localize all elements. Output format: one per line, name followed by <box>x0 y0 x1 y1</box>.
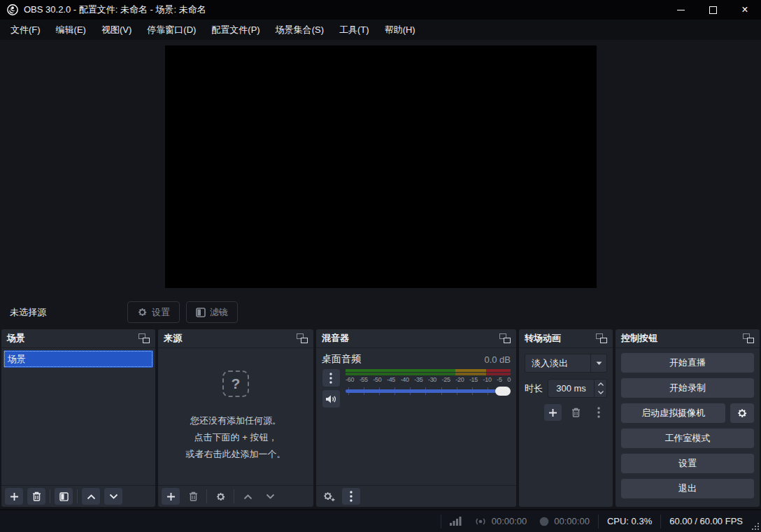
remove-scene-button[interactable] <box>27 488 45 505</box>
scenes-toolbar <box>1 485 155 507</box>
source-properties-button[interactable]: 设置 <box>127 301 180 323</box>
statusbar-separator <box>660 515 661 529</box>
plus-icon <box>166 492 176 501</box>
source-action-buttons: 设置 滤镜 <box>127 301 238 323</box>
spin-up-button[interactable] <box>595 380 606 389</box>
menu-help[interactable]: 帮助(H) <box>377 20 423 40</box>
transition-selected-value: 淡入淡出 <box>525 357 590 370</box>
popout-icon[interactable] <box>297 333 308 343</box>
exit-button[interactable]: 退出 <box>621 479 754 498</box>
menu-profile[interactable]: 配置文件(P) <box>204 20 267 40</box>
source-properties-toolbar-button[interactable] <box>211 488 229 505</box>
toolbar-separator <box>50 489 50 503</box>
controls-dock-header[interactable]: 控制按钮 <box>616 329 760 348</box>
maximize-button[interactable] <box>697 0 729 20</box>
settings-button[interactable]: 设置 <box>621 454 754 473</box>
close-icon: × <box>741 4 748 15</box>
program-preview[interactable] <box>165 45 597 288</box>
add-scene-button[interactable] <box>5 488 23 505</box>
plus-icon <box>10 492 19 501</box>
transitions-dock-header[interactable]: 转场动画 <box>519 329 613 348</box>
popout-icon[interactable] <box>499 333 511 343</box>
filters-icon <box>196 308 206 317</box>
popout-icon[interactable] <box>596 333 607 343</box>
chevron-up-icon <box>598 382 604 386</box>
duration-value[interactable]: 300 ms <box>548 380 594 397</box>
menu-scene-collection[interactable]: 场景集合(S) <box>268 20 332 40</box>
mixer-options-button[interactable] <box>342 488 360 505</box>
gear-plus-icon <box>323 491 335 502</box>
sources-list[interactable]: ? 您还没有添加任何源。 点击下面的 + 按钮， 或者右击此处添加一个。 <box>158 348 313 485</box>
transition-properties-button[interactable] <box>590 404 607 421</box>
controls-dock: 控制按钮 开始直播 开始录制 启动虚拟摄像机 <box>616 329 760 507</box>
virtual-camera-config-button[interactable] <box>730 403 754 423</box>
source-move-up-button[interactable] <box>239 488 257 505</box>
popout-icon[interactable] <box>138 333 150 343</box>
preview-area <box>0 40 761 297</box>
gear-icon <box>215 491 226 502</box>
record-time: 00:00:00 <box>554 516 590 526</box>
sources-dock-header[interactable]: 来源 <box>158 329 313 348</box>
transitions-body: 淡入淡出 时长 300 ms <box>519 348 613 507</box>
minimize-icon <box>677 10 685 10</box>
gear-icon <box>137 307 148 317</box>
start-streaming-button[interactable]: 开始直播 <box>621 353 754 373</box>
sources-toolbar <box>158 485 313 507</box>
menu-docks[interactable]: 停靠窗口(D) <box>139 20 204 40</box>
minimize-button[interactable] <box>664 0 697 20</box>
add-source-button[interactable] <box>162 488 180 505</box>
source-filters-button[interactable]: 滤镜 <box>186 301 238 323</box>
chevron-up-icon <box>87 494 96 500</box>
audio-mixer-dock: 混音器 桌面音频 0.0 dB <box>316 329 516 507</box>
toolbar-separator <box>234 489 234 503</box>
dock-area: 场景 场景 <box>0 327 761 509</box>
source-properties-label: 设置 <box>152 306 170 319</box>
audio-level-db: 0.0 dB <box>484 354 511 365</box>
statusbar-separator <box>598 515 599 529</box>
spin-down-button[interactable] <box>595 389 606 398</box>
popout-icon[interactable] <box>743 333 754 343</box>
menu-tools[interactable]: 工具(T) <box>332 20 377 40</box>
audio-channel-name: 桌面音频 <box>322 353 361 366</box>
source-move-down-button[interactable] <box>261 488 279 505</box>
toolbar-separator <box>206 489 207 503</box>
scenes-dock: 场景 场景 <box>1 329 155 507</box>
transitions-title: 转场动画 <box>525 332 561 345</box>
transition-select[interactable]: 淡入淡出 <box>525 354 607 373</box>
scene-move-up-button[interactable] <box>82 488 100 505</box>
advanced-audio-button[interactable] <box>320 488 338 505</box>
studio-mode-button[interactable]: 工作室模式 <box>621 429 754 448</box>
gear-icon <box>737 408 748 419</box>
mute-toggle-button[interactable] <box>322 390 340 408</box>
statusbar-separator <box>441 515 441 529</box>
remove-source-button[interactable] <box>184 488 202 505</box>
empty-hint-line3: 或者右击此处添加一个。 <box>186 446 286 463</box>
empty-hint-line2: 点击下面的 + 按钮， <box>194 429 278 446</box>
menu-edit[interactable]: 编辑(E) <box>48 20 94 40</box>
close-button[interactable]: × <box>729 0 761 20</box>
start-recording-button[interactable]: 开始录制 <box>621 378 754 398</box>
remove-transition-button[interactable] <box>567 404 585 421</box>
filters-icon <box>59 492 69 501</box>
mixer-dock-header[interactable]: 混音器 <box>316 329 516 348</box>
scene-filters-button[interactable] <box>55 488 73 505</box>
volume-meter <box>346 369 511 375</box>
sources-title: 来源 <box>164 332 182 345</box>
question-mark-icon: ? <box>222 371 249 397</box>
resize-grip[interactable] <box>752 523 759 530</box>
slider-handle[interactable] <box>495 387 511 396</box>
trash-icon <box>571 408 581 417</box>
scene-list-item[interactable]: 场景 <box>3 350 153 368</box>
menu-view[interactable]: 视图(V) <box>94 20 139 40</box>
duration-spinbox[interactable]: 300 ms <box>548 379 607 398</box>
start-virtual-camera-button[interactable]: 启动虚拟摄像机 <box>621 403 725 423</box>
trash-icon <box>189 491 198 501</box>
menu-file[interactable]: 文件(F) <box>3 20 48 40</box>
channel-options-button[interactable] <box>322 369 340 387</box>
sources-empty-state: ? 您还没有添加任何源。 点击下面的 + 按钮， 或者右击此处添加一个。 <box>158 348 313 485</box>
volume-slider[interactable] <box>346 384 511 397</box>
scene-move-down-button[interactable] <box>104 488 122 505</box>
scenes-dock-header[interactable]: 场景 <box>1 329 155 348</box>
add-transition-button[interactable] <box>544 404 562 421</box>
fps-status: 60.00 / 60.00 FPS <box>669 516 743 526</box>
